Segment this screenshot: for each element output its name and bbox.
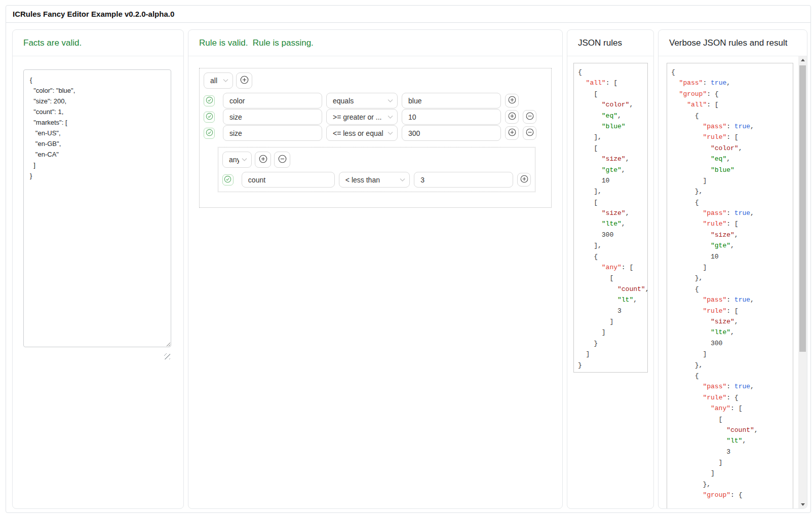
facts-panel: Facts are valid. { "color": "blue", "siz…	[12, 29, 184, 509]
rule-builder-body: all	[188, 56, 562, 219]
verbose-header: Verbose JSON rules and result	[659, 30, 807, 56]
add-condition-button[interactable]	[517, 173, 531, 187]
condition-operator-value: >= greater or ...	[333, 113, 382, 121]
condition-operator-value: < less than	[345, 176, 380, 184]
facts-status-header: Facts are valid.	[13, 30, 183, 56]
condition-valid-button[interactable]	[222, 174, 234, 186]
scroll-up-arrow-icon[interactable]	[798, 56, 807, 64]
plus-circle-icon	[508, 112, 516, 122]
add-condition-button[interactable]	[505, 94, 519, 107]
chevron-down-icon	[242, 158, 247, 162]
facts-json-textarea[interactable]: { "color": "blue", "size": 200, "count":…	[23, 69, 171, 347]
json-rules-code: { "all": [ [ "color", "eq", "blue" ], [ …	[573, 63, 648, 373]
check-circle-icon	[206, 113, 213, 122]
plus-circle-icon	[508, 128, 516, 138]
check-circle-icon	[206, 96, 213, 105]
condition-row: < less than	[222, 172, 531, 188]
app-window: ICRules Fancy Editor Example v0.2.0-alph…	[6, 5, 811, 513]
plus-circle-icon	[240, 76, 249, 86]
condition-fact-input[interactable]	[223, 109, 322, 125]
minus-circle-icon	[278, 155, 287, 165]
verbose-body: { "pass": true, "group": { "all": [ { "p…	[659, 63, 807, 509]
minus-circle-icon	[526, 128, 534, 138]
app-title: ICRules Fancy Editor Example v0.2.0-alph…	[13, 10, 174, 18]
chevron-down-icon	[388, 131, 393, 135]
title-bar: ICRules Fancy Editor Example v0.2.0-alph…	[6, 6, 810, 23]
condition-valid-button[interactable]	[204, 95, 215, 106]
condition-value-input[interactable]	[414, 172, 513, 188]
condition-value-input[interactable]	[402, 125, 501, 141]
condition-fact-input[interactable]	[242, 172, 335, 188]
condition-row: <= less or equal	[204, 125, 547, 141]
remove-condition-button[interactable]	[523, 126, 536, 140]
textarea-resize-handle-icon[interactable]	[164, 353, 170, 359]
json-rules-panel: JSON rules { "all": [ [ "color", "eq", "…	[567, 29, 654, 509]
condition-fact-input[interactable]	[223, 125, 322, 141]
json-rules-body: { "all": [ [ "color", "eq", "blue" ], [ …	[567, 63, 653, 373]
plus-circle-icon	[508, 96, 516, 105]
condition-operator-select[interactable]: <= less or equal	[326, 125, 398, 141]
add-condition-button[interactable]	[505, 126, 519, 140]
json-rules-header: JSON rules	[567, 30, 653, 56]
check-circle-icon	[224, 175, 231, 185]
plus-circle-icon	[259, 155, 267, 165]
scrollbar-thumb[interactable]	[799, 65, 806, 352]
group-header-row: any	[222, 152, 531, 168]
group-header-row: all	[204, 72, 547, 89]
condition-value-input[interactable]	[402, 109, 501, 125]
condition-operator-value: equals	[333, 97, 354, 105]
condition-operator-select[interactable]: equals	[326, 93, 398, 108]
remove-condition-button[interactable]	[523, 110, 536, 124]
rule-status-header: Rule is valid. Rule is passing.	[188, 30, 562, 56]
add-condition-button[interactable]	[236, 72, 252, 89]
group-operator-value: all	[210, 77, 217, 85]
group-operator-select[interactable]: any	[222, 152, 252, 168]
verbose-json-code: { "pass": true, "group": { "all": [ { "p…	[667, 63, 793, 509]
plus-circle-icon	[520, 175, 528, 185]
scroll-down-arrow-icon[interactable]	[798, 501, 807, 508]
verbose-panel: Verbose JSON rules and result { "pass": …	[658, 29, 807, 509]
condition-value-input[interactable]	[402, 93, 501, 108]
check-circle-icon	[206, 129, 213, 138]
condition-operator-select[interactable]: >= greater or ...	[326, 109, 398, 125]
rule-builder-panel: Rule is valid. Rule is passing. all	[188, 29, 563, 509]
group-operator-value: any	[229, 156, 239, 164]
condition-row: equals	[204, 93, 547, 108]
condition-operator-value: <= less or equal	[333, 129, 383, 137]
chevron-down-icon	[223, 79, 228, 83]
remove-group-button[interactable]	[274, 152, 290, 168]
condition-fact-input[interactable]	[223, 93, 322, 108]
rule-group-any: any	[218, 147, 535, 192]
condition-valid-button[interactable]	[204, 112, 215, 123]
add-condition-button[interactable]	[505, 110, 519, 124]
facts-panel-body: { "color": "blue", "size": 200, "count":…	[13, 69, 183, 347]
rule-group-all: all	[199, 68, 552, 208]
condition-row: >= greater or ...	[204, 109, 547, 125]
condition-valid-button[interactable]	[204, 128, 215, 139]
minus-circle-icon	[526, 112, 534, 122]
chevron-down-icon	[388, 115, 393, 119]
group-operator-select[interactable]: all	[204, 72, 233, 89]
add-condition-button[interactable]	[255, 152, 271, 168]
vertical-scrollbar[interactable]	[798, 56, 807, 508]
chevron-down-icon	[400, 178, 405, 181]
condition-operator-select[interactable]: < less than	[339, 172, 410, 188]
chevron-down-icon	[388, 99, 393, 102]
